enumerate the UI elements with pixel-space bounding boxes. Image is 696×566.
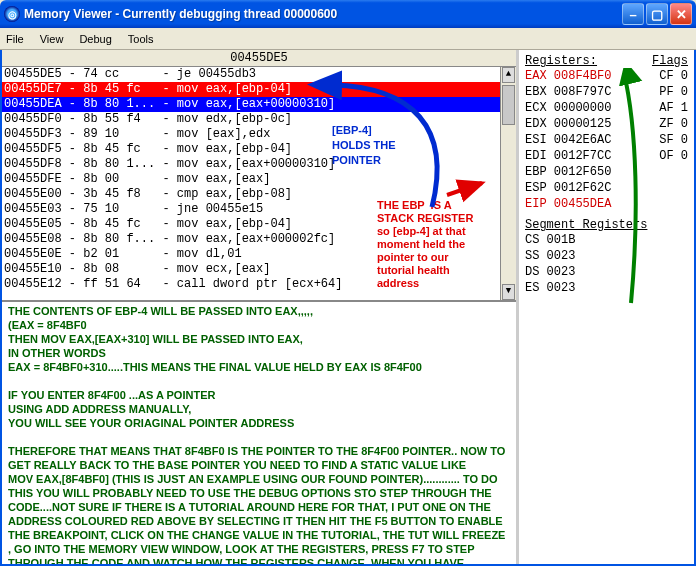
current-address[interactable]: 00455DE5 [2, 50, 516, 67]
register-value: EBX 008F797C [525, 84, 611, 100]
register-value: EIP 00455DEA [525, 196, 611, 212]
scroll-up-icon[interactable]: ▲ [502, 67, 515, 83]
flags-label: Flags [652, 54, 688, 68]
disassembly-view[interactable]: 00455DE5 - 74 cc - je 00455db300455DE7 -… [2, 67, 516, 302]
note-line: THE CONTENTS OF EBP-4 WILL BE PASSED INT… [8, 304, 510, 318]
register-row[interactable]: EAX 008F4BF0CF 0 [525, 68, 688, 84]
menu-bar: File View Debug Tools [0, 28, 696, 50]
scroll-down-icon[interactable]: ▼ [502, 284, 515, 300]
register-value: EAX 008F4BF0 [525, 68, 611, 84]
register-value: EDI 0012F7CC [525, 148, 611, 164]
scrollbar[interactable]: ▲ ▼ [500, 67, 516, 300]
register-row[interactable]: EDX 00000125ZF 0 [525, 116, 688, 132]
note-line: THEREFORE THAT MEANS THAT 8F4BF0 IS THE … [8, 444, 510, 472]
register-row[interactable]: EBX 008F797CPF 0 [525, 84, 688, 100]
disasm-row[interactable]: 00455DFE - 8b 00 - mov eax,[eax] [2, 172, 516, 187]
register-value: EBP 0012F650 [525, 164, 611, 180]
disasm-row[interactable]: 00455DF8 - 8b 80 1... - mov eax,[eax+000… [2, 157, 516, 172]
flag-value: AF 1 [659, 100, 688, 116]
note-line: EAX = 8F4BF0+310.....THIS MEANS THE FINA… [8, 360, 510, 374]
left-pane: 00455DE5 00455DE5 - 74 cc - je 00455db30… [2, 50, 519, 564]
flag-value: PF 0 [659, 84, 688, 100]
menu-tools[interactable]: Tools [128, 33, 154, 45]
scroll-thumb[interactable] [502, 85, 515, 125]
disasm-row[interactable]: 00455DF5 - 8b 45 fc - mov eax,[ebp-04] [2, 142, 516, 157]
note-line: MOV EAX,[8F4BF0] (THIS IS JUST AN EXAMPL… [8, 472, 510, 564]
annotation-ebp4: [EBP-4] HOLDS THE POINTER [332, 123, 396, 168]
register-value: EDX 00000125 [525, 116, 611, 132]
menu-file[interactable]: File [6, 33, 24, 45]
flag-value: SF 0 [659, 132, 688, 148]
flag-value: ZF 0 [659, 116, 688, 132]
close-button[interactable]: ✕ [670, 3, 692, 25]
note-line: THEN MOV EAX,[EAX+310] WILL BE PASSED IN… [8, 332, 510, 346]
register-row[interactable]: EBP 0012F650 [525, 164, 688, 180]
registers-label: Registers: [525, 54, 597, 68]
note-line [8, 430, 510, 444]
register-row[interactable]: EIP 00455DEA [525, 196, 688, 212]
window-title: Memory Viewer - Currently debugging thre… [24, 7, 622, 21]
register-row[interactable]: ESI 0042E6ACSF 0 [525, 132, 688, 148]
minimize-button[interactable]: – [622, 3, 644, 25]
note-line: YOU WILL SEE YOUR ORIAGINAL POINTER ADDR… [8, 416, 510, 430]
segment-row[interactable]: DS 0023 [525, 264, 688, 280]
disasm-row[interactable]: 00455DE7 - 8b 45 fc - mov eax,[ebp-04] [2, 82, 516, 97]
menu-view[interactable]: View [40, 33, 64, 45]
register-row[interactable]: ECX 00000000AF 1 [525, 100, 688, 116]
register-value: ECX 00000000 [525, 100, 611, 116]
register-value: ESI 0042E6AC [525, 132, 611, 148]
segment-row[interactable]: ES 0023 [525, 280, 688, 296]
app-icon: ◎ [4, 6, 20, 22]
register-row[interactable]: ESP 0012F62C [525, 180, 688, 196]
maximize-button[interactable]: ▢ [646, 3, 668, 25]
note-line [8, 374, 510, 388]
disasm-row[interactable]: 00455DEA - 8b 80 1... - mov eax,[eax+000… [2, 97, 516, 112]
segment-row[interactable]: CS 001B [525, 232, 688, 248]
disasm-row[interactable]: 00455DF3 - 89 10 - mov [eax],edx [2, 127, 516, 142]
note-line: USING ADD ADDRESS MANUALLY, [8, 402, 510, 416]
menu-debug[interactable]: Debug [79, 33, 111, 45]
note-line: IF YOU ENTER 8F4F00 ...AS A POINTER [8, 388, 510, 402]
flag-value: CF 0 [659, 68, 688, 84]
segment-row[interactable]: SS 0023 [525, 248, 688, 264]
disasm-row[interactable]: 00455DF0 - 8b 55 f4 - mov edx,[ebp-0c] [2, 112, 516, 127]
notes-pane[interactable]: THE CONTENTS OF EBP-4 WILL BE PASSED INT… [2, 302, 516, 564]
registers-header: Registers: Flags [525, 54, 688, 68]
note-line: (EAX = 8F4BF0 [8, 318, 510, 332]
registers-pane: Registers: Flags EAX 008F4BF0CF 0EBX 008… [519, 50, 694, 564]
note-line: IN OTHER WORDS [8, 346, 510, 360]
register-value: ESP 0012F62C [525, 180, 611, 196]
title-bar: ◎ Memory Viewer - Currently debugging th… [0, 0, 696, 28]
flag-value: OF 0 [659, 148, 688, 164]
annotation-stack: THE EBP IS A STACK REGISTER so [ebp-4] a… [377, 199, 473, 290]
disasm-row[interactable]: 00455DE5 - 74 cc - je 00455db3 [2, 67, 516, 82]
segments-header: Segment Registers [525, 218, 688, 232]
register-row[interactable]: EDI 0012F7CCOF 0 [525, 148, 688, 164]
